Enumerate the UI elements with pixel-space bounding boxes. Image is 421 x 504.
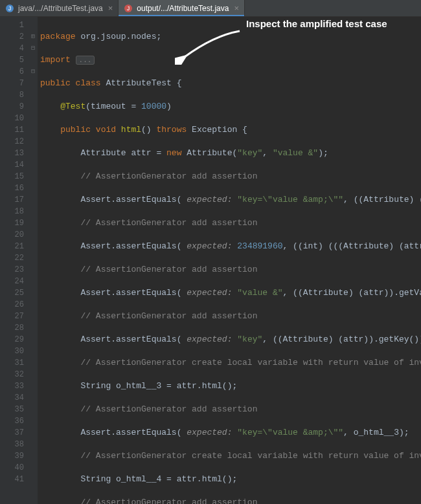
fold-marker <box>28 113 38 124</box>
class-name: AttributeTest { <box>106 78 181 88</box>
line-number: 19 <box>0 217 24 229</box>
line-number: 7 <box>0 78 24 89</box>
fold-marker <box>28 357 38 369</box>
fold-marker <box>28 439 38 450</box>
fold-marker[interactable]: ⊟ <box>28 43 38 54</box>
keyword: import <box>40 55 76 65</box>
tab-attributetest-java[interactable]: J java/.../AttributeTest.java × <box>0 0 119 16</box>
tab-output-attributetest-java[interactable]: J output/.../AttributeTest.java × <box>119 0 245 16</box>
package-name: org.jsoup.nodes; <box>76 32 162 41</box>
annotation: @Test <box>60 102 85 111</box>
number: 10000 <box>141 102 166 111</box>
line-number: 5 <box>0 54 24 66</box>
line-number: 36 <box>0 415 24 427</box>
fold-marker[interactable]: ⊞ <box>28 31 38 43</box>
keyword: class <box>76 78 106 88</box>
fold-marker <box>28 311 38 322</box>
line-number: 13 <box>0 148 24 159</box>
line-number: 41 <box>0 474 24 485</box>
fold-marker <box>28 392 38 404</box>
fold-marker[interactable]: ⊟ <box>28 66 38 78</box>
keyword: package <box>40 32 76 41</box>
fold-marker <box>28 101 38 113</box>
line-number: 15 <box>0 171 24 182</box>
close-icon[interactable]: × <box>233 3 239 13</box>
line-number: 4 <box>0 43 24 54</box>
fold-marker <box>28 322 38 334</box>
line-number: 33 <box>0 380 24 392</box>
fold-marker <box>28 345 38 357</box>
line-number: 27 <box>0 311 24 322</box>
tab-bar: J java/.../AttributeTest.java × J output… <box>0 0 421 17</box>
line-number: 20 <box>0 229 24 241</box>
fold-marker <box>28 404 38 415</box>
line-number: 32 <box>0 369 24 380</box>
tab-label: java/.../AttributeTest.java <box>18 4 103 13</box>
fold-marker <box>28 54 38 66</box>
line-number: 30 <box>0 345 24 357</box>
line-number: 1 <box>0 19 24 31</box>
line-number: 38 <box>0 439 24 450</box>
fold-marker <box>28 148 38 159</box>
line-number: 18 <box>0 206 24 217</box>
close-icon[interactable]: × <box>107 3 113 13</box>
fold-marker <box>28 369 38 380</box>
fold-marker <box>28 124 38 136</box>
fold-marker <box>28 264 38 276</box>
fold-marker <box>28 334 38 345</box>
line-number-gutter: 1245678910111213141516171819202122232425… <box>0 17 28 504</box>
line-number: 37 <box>0 427 24 439</box>
fold-marker <box>28 159 38 171</box>
fold-marker <box>28 380 38 392</box>
fold-marker <box>28 136 38 148</box>
line-number: 17 <box>0 194 24 206</box>
svg-text:J: J <box>8 5 12 12</box>
line-number: 10 <box>0 113 24 124</box>
fold-marker <box>28 206 38 217</box>
fold-marker <box>28 89 38 101</box>
tab-label: output/.../AttributeTest.java <box>137 4 229 13</box>
fold-marker <box>28 450 38 462</box>
fold-marker <box>28 415 38 427</box>
method-name: html <box>121 125 141 135</box>
fold-marker <box>28 427 38 439</box>
fold-marker <box>28 287 38 299</box>
fold-marker <box>28 171 38 182</box>
line-number: 2 <box>0 31 24 43</box>
fold-marker <box>28 252 38 264</box>
fold-marker <box>28 78 38 89</box>
fold-marker <box>28 462 38 474</box>
folded-imports[interactable]: ... <box>76 56 95 65</box>
line-number: 14 <box>0 159 24 171</box>
line-number: 24 <box>0 276 24 287</box>
fold-marker <box>28 474 38 485</box>
line-number: 21 <box>0 241 24 252</box>
fold-marker <box>28 182 38 194</box>
line-number: 6 <box>0 66 24 78</box>
line-number: 22 <box>0 252 24 264</box>
line-number: 11 <box>0 124 24 136</box>
line-number: 26 <box>0 299 24 311</box>
line-number: 28 <box>0 322 24 334</box>
line-number: 16 <box>0 182 24 194</box>
fold-marker <box>28 241 38 252</box>
fold-column: ⊞⊟⊟ <box>28 17 38 504</box>
line-number: 34 <box>0 392 24 404</box>
java-file-icon: J <box>5 4 14 13</box>
svg-text:J: J <box>127 5 130 12</box>
fold-marker <box>28 194 38 206</box>
comment: // AssertionGenerator add assertion <box>80 171 257 181</box>
line-number: 12 <box>0 136 24 148</box>
comment: // AssertionGenerator create local varia… <box>80 358 421 367</box>
line-number: 29 <box>0 334 24 345</box>
fold-marker <box>28 299 38 311</box>
code-area[interactable]: package org.jsoup.nodes; import ... publ… <box>38 17 421 504</box>
line-number: 31 <box>0 357 24 369</box>
keyword: public <box>40 78 76 88</box>
fold-marker <box>28 229 38 241</box>
editor: 1245678910111213141516171819202122232425… <box>0 17 421 504</box>
line-number: 9 <box>0 101 24 113</box>
fold-marker <box>28 19 38 31</box>
line-number: 25 <box>0 287 24 299</box>
line-number: 23 <box>0 264 24 276</box>
